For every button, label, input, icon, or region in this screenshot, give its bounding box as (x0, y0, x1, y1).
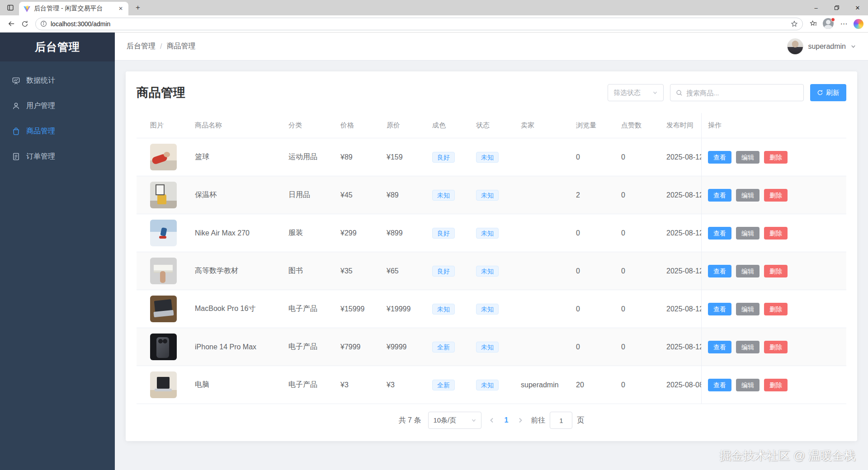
view-button[interactable]: 查看 (708, 379, 731, 391)
main-area: 后台管理 / 商品管理 superadmin 商品管理 筛选状态 (115, 33, 868, 470)
copilot-icon[interactable] (854, 19, 863, 29)
edit-button[interactable]: 编辑 (736, 227, 760, 240)
view-button[interactable]: 查看 (708, 265, 731, 277)
pagination-total: 共 7 条 (399, 416, 421, 425)
edit-button[interactable]: 编辑 (736, 189, 760, 202)
product-category: 日用品 (288, 190, 340, 200)
product-views: 0 (576, 305, 621, 313)
refresh-page-icon[interactable] (18, 17, 32, 31)
browser-profile-button[interactable] (823, 18, 835, 30)
vite-logo-icon (24, 5, 30, 12)
col-header-name: 商品名称 (195, 121, 288, 130)
product-name: MacBook Pro 16寸 (195, 304, 288, 314)
status-tag: 未知 (476, 342, 499, 352)
condition-tag: 良好 (432, 152, 455, 163)
status-tag: 未知 (476, 190, 499, 201)
tab-close-icon[interactable]: ✕ (117, 5, 125, 13)
product-likes: 0 (621, 153, 666, 161)
bookmark-star-icon[interactable] (791, 20, 798, 28)
browser-tab[interactable]: 后台管理 - 闲置交易平台 ✕ (19, 2, 128, 15)
view-button[interactable]: 查看 (708, 189, 731, 202)
favorites-icon[interactable] (807, 17, 820, 31)
status-tag: 未知 (476, 228, 499, 239)
search-input[interactable] (686, 89, 798, 97)
back-icon[interactable] (5, 17, 18, 31)
page-size-value: 10条/页 (433, 416, 456, 425)
edit-button[interactable]: 编辑 (736, 303, 760, 315)
product-price: ¥3 (340, 381, 387, 389)
breadcrumb-home[interactable]: 后台管理 (127, 42, 156, 51)
prev-page-icon[interactable] (489, 417, 495, 423)
product-price: ¥89 (340, 153, 387, 161)
delete-button[interactable]: 删除 (764, 341, 788, 353)
product-likes: 0 (621, 229, 666, 237)
delete-button[interactable]: 删除 (764, 265, 788, 277)
notification-dot (831, 18, 835, 22)
window-controls: – ✕ (806, 0, 868, 15)
sidebar-item-orders[interactable]: 订单管理 (0, 144, 115, 169)
delete-button[interactable]: 删除 (764, 151, 788, 164)
product-likes: 0 (621, 381, 666, 389)
table-header-row: 图片 商品名称 分类 价格 原价 成色 状态 卖家 浏览量 点赞数 发布时间 操… (137, 113, 846, 138)
page-size-select[interactable]: 10条/页 (428, 412, 481, 429)
chevron-down-icon (471, 418, 476, 423)
watermark: 掘金技术社区 @ 温暖全栈 (719, 448, 855, 464)
chart-board-icon (12, 76, 21, 85)
condition-tag: 未知 (432, 190, 455, 201)
product-views: 0 (576, 229, 621, 237)
sidebar-item-products[interactable]: 商品管理 (0, 118, 115, 144)
product-date: 2025-08-12 (666, 229, 701, 237)
edit-button[interactable]: 编辑 (736, 265, 760, 277)
table-row: 高等数学教材 图书 ¥35 ¥65 良好 未知 0 0 2025-08-12 查… (137, 252, 846, 290)
close-window-button[interactable]: ✕ (847, 0, 868, 15)
col-header-image: 图片 (150, 121, 195, 130)
col-header-views: 浏览量 (576, 121, 621, 130)
table-row: Nike Air Max 270 服装 ¥299 ¥899 良好 未知 0 0 … (137, 214, 846, 252)
col-header-category: 分类 (288, 121, 340, 130)
sidebar-item-label: 用户管理 (26, 101, 55, 111)
refresh-button[interactable]: 刷新 (810, 84, 846, 101)
url-bar[interactable]: localhost:3000/admin (35, 18, 803, 30)
sidebar-item-statistics[interactable]: 数据统计 (0, 68, 115, 93)
restore-button[interactable] (826, 0, 847, 15)
status-filter-select[interactable]: 筛选状态 (608, 84, 664, 101)
user-icon (12, 101, 21, 110)
content: 商品管理 筛选状态 刷新 (115, 61, 868, 470)
product-seller: superadmin (521, 381, 576, 389)
goto-page-input[interactable] (550, 412, 572, 429)
view-button[interactable]: 查看 (708, 303, 731, 315)
product-price: ¥35 (340, 267, 387, 275)
product-name: 高等数学教材 (195, 266, 288, 276)
edit-button[interactable]: 编辑 (736, 341, 760, 353)
user-dropdown[interactable]: superadmin (787, 38, 856, 55)
product-image (150, 182, 177, 208)
product-price: ¥299 (340, 229, 387, 237)
view-button[interactable]: 查看 (708, 341, 731, 353)
topbar: 后台管理 / 商品管理 superadmin (115, 33, 868, 61)
browser-chrome: 后台管理 - 闲置交易平台 ✕ + – ✕ localhost:3000/adm… (0, 0, 868, 33)
breadcrumb-separator: / (160, 42, 162, 51)
site-info-icon[interactable] (40, 20, 47, 27)
edit-button[interactable]: 编辑 (736, 151, 760, 164)
sidebar-item-users[interactable]: 用户管理 (0, 93, 115, 118)
delete-button[interactable]: 删除 (764, 189, 788, 202)
refresh-icon (817, 89, 823, 96)
product-views: 2 (576, 191, 621, 199)
delete-button[interactable]: 删除 (764, 303, 788, 315)
edit-button[interactable]: 编辑 (736, 379, 760, 391)
pagination: 共 7 条 10条/页 1 前往 页 (137, 410, 846, 430)
breadcrumb-current: 商品管理 (166, 42, 195, 51)
browser-menu-icon[interactable]: ⋯ (837, 17, 851, 31)
next-page-icon[interactable] (517, 417, 524, 423)
current-page[interactable]: 1 (502, 416, 510, 424)
product-original-price: ¥89 (387, 191, 432, 199)
delete-button[interactable]: 删除 (764, 379, 788, 391)
chevron-down-icon (652, 90, 658, 95)
view-button[interactable]: 查看 (708, 227, 731, 240)
delete-button[interactable]: 删除 (764, 227, 788, 240)
minimize-button[interactable]: – (806, 0, 826, 15)
status-tag: 未知 (476, 380, 499, 390)
new-tab-button[interactable]: + (132, 2, 144, 14)
tab-actions-icon[interactable] (5, 2, 16, 14)
view-button[interactable]: 查看 (708, 151, 731, 164)
